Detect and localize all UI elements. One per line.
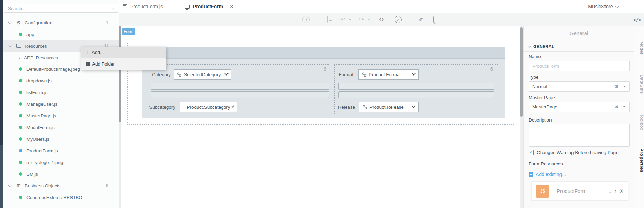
binding-link-icon — [177, 72, 181, 77]
field-label-release: Release — [327, 105, 355, 110]
tree-label: Resources — [25, 44, 47, 49]
chevron-down-icon[interactable] — [8, 21, 12, 24]
add-existing-link[interactable]: + Add existing... — [529, 172, 566, 177]
checkbox-checked-icon[interactable]: ✓ — [529, 150, 534, 155]
undo-button[interactable]: ↶ — [340, 16, 345, 23]
save-button[interactable] — [327, 16, 328, 23]
move-down-icon[interactable]: ↓ — [609, 188, 611, 194]
chevron-down-icon — [224, 72, 228, 76]
tree-item-modalform-js[interactable]: ModalForm.js — [3, 122, 119, 133]
form-header-band[interactable] — [142, 47, 505, 59]
master-page-select[interactable]: MasterPage ✖ — [529, 102, 630, 112]
dropdown-subcategory[interactable]: Product.Subcategory — [180, 102, 237, 112]
validate-button[interactable]: ✓ — [395, 16, 402, 23]
form-textbox[interactable] — [151, 91, 329, 98]
tab-properties[interactable]: Properties — [634, 148, 644, 173]
chevron-right-icon[interactable] — [17, 56, 21, 59]
tree-item-dropdown-js[interactable]: dropdown.js — [3, 75, 119, 86]
tree-item-manageuser-js[interactable]: ManageUser.js — [3, 98, 119, 110]
item-count-badge: 1 — [106, 20, 108, 25]
changes-warning-checkbox-row[interactable]: ✓ Changes Warning Before Leaving Page — [529, 150, 618, 155]
dropdown-value: SelectedCategory — [184, 72, 221, 77]
dropdown-category[interactable]: SelectedCategory — [174, 69, 231, 80]
type-select[interactable]: Normal ✖ — [529, 81, 630, 92]
tree-item-masterpage-js[interactable]: MasterPage.js — [3, 110, 119, 122]
tree-label: CountriesExternalRESTBO — [26, 195, 82, 200]
close-tab-icon[interactable]: ✕ — [230, 4, 234, 9]
project-switcher[interactable]: MusicStore — [584, 0, 622, 13]
toolbar-separator — [319, 15, 319, 24]
archive-box-icon — [123, 4, 127, 9]
search-canvas-button[interactable] — [433, 16, 434, 23]
tab-toolbox[interactable]: Toolbox — [634, 114, 644, 130]
clear-icon[interactable]: ✖ — [615, 84, 618, 89]
status-dot-icon — [19, 114, 22, 117]
binding-link-icon — [183, 105, 184, 109]
info-button[interactable]: i — [302, 16, 310, 23]
info-icon: i — [302, 16, 310, 23]
search-dropdown-chevron-icon[interactable] — [111, 6, 115, 10]
chevron-down-icon[interactable] — [8, 44, 12, 47]
left-nav-rail-scrollbar[interactable] — [0, 145, 3, 208]
code-view-toggle[interactable]: </> — [633, 17, 641, 22]
tree-item-business-objects[interactable]: ⊞ Business Objects 9 — [3, 180, 119, 192]
clear-icon[interactable]: ✖ — [615, 105, 618, 109]
tree-item-countriesexternalrestbo[interactable]: CountriesExternalRESTBO — [3, 192, 119, 203]
resource-card-productform[interactable]: JS ProductForm ↓ ↑ ✕ — [531, 181, 628, 201]
chevron-down-icon — [412, 104, 415, 108]
move-up-icon[interactable]: ↑ — [614, 188, 617, 194]
editor-tab-bar: ProductForm.js ProductForm ✕ — [119, 0, 644, 13]
status-dot-icon — [19, 126, 22, 129]
tree-item-configuration[interactable]: ⚙ Configuration 1 — [3, 17, 119, 28]
archive-box-icon — [16, 43, 21, 49]
item-count-badge: 9 — [106, 183, 108, 188]
form-textbox[interactable] — [151, 83, 329, 90]
column-order-badge: 6 — [486, 66, 493, 72]
tree-item-sm-js[interactable]: SM.js — [3, 168, 119, 180]
redo-dropdown-caret-icon[interactable] — [368, 19, 370, 21]
form-textbox[interactable] — [338, 91, 494, 98]
description-textarea[interactable] — [529, 124, 630, 147]
section-divider — [524, 51, 634, 52]
chevron-down-icon — [615, 4, 619, 8]
tree-item-myusers-js[interactable]: MyUsers.js — [3, 133, 119, 145]
tree-label: DefaultProductImage.jpeg — [26, 67, 80, 72]
redo-button[interactable]: ↷ — [359, 16, 364, 23]
tree-item-rsz-yologo[interactable]: rsz_yologo_1.png — [3, 157, 119, 168]
binding-link-icon — [363, 105, 367, 109]
tree-label: rsz_yologo_1.png — [26, 160, 63, 165]
tab-productform-js[interactable]: ProductForm.js — [119, 0, 166, 13]
tab-productform[interactable]: ProductForm ✕ — [181, 0, 237, 13]
tab-model[interactable]: Model — [634, 41, 644, 54]
chevron-down-icon[interactable] — [8, 184, 12, 187]
caret-down-icon — [623, 106, 626, 109]
section-label: GENERAL — [533, 44, 554, 49]
search-input[interactable] — [8, 6, 112, 11]
dropdown-format[interactable]: Product.Format — [358, 69, 419, 80]
context-menu-item-add-folder[interactable]: + Add Folder — [81, 58, 166, 70]
tree-label: Business Objects — [25, 183, 60, 188]
tree-label: ManageUser.js — [26, 102, 57, 107]
canvas-scrollbar-thumb[interactable] — [520, 27, 523, 117]
tree-label: ProductForm.js — [26, 148, 58, 153]
style-pencil-button[interactable]: ✎ — [418, 16, 423, 23]
field-label-category: Category — [148, 72, 171, 77]
tree-item-app[interactable]: app — [3, 28, 119, 40]
remove-resource-icon[interactable]: ✕ — [619, 188, 624, 194]
tab-label: ProductForm — [193, 4, 223, 9]
tree-item-productform-js[interactable]: ProductForm.js — [3, 145, 119, 157]
add-plus-icon: + — [529, 172, 533, 177]
form-textbox[interactable] — [338, 83, 494, 90]
tree-label: SM.js — [26, 172, 38, 177]
status-dot-icon — [19, 172, 22, 176]
undo-dropdown-caret-icon[interactable] — [349, 19, 351, 21]
refresh-button[interactable]: ↻ — [379, 16, 384, 23]
dropdown-release[interactable]: Product.Release — [359, 102, 419, 112]
status-dot-icon — [19, 196, 22, 199]
tab-datasets[interactable]: DataSets — [634, 74, 644, 94]
tree-item-listform-js[interactable]: listForm.js — [3, 86, 119, 98]
context-menu-item-add[interactable]: + Add... — [81, 47, 166, 58]
status-dot-icon — [19, 33, 22, 36]
name-input[interactable] — [529, 61, 630, 71]
general-section-header[interactable]: GENERAL — [529, 42, 554, 51]
